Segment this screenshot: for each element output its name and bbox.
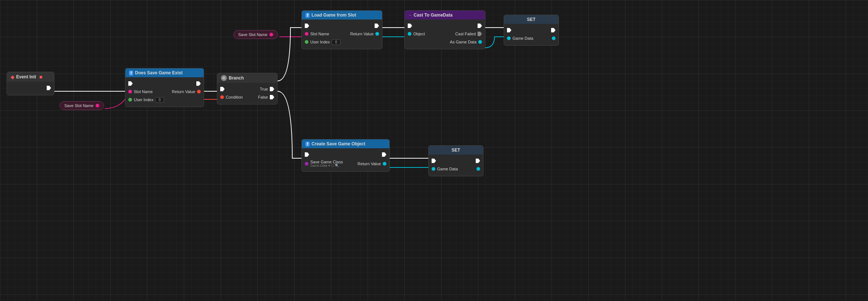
as-game-data-label: As Game Data bbox=[450, 40, 476, 44]
does-save-title: Does Save Game Exist bbox=[135, 70, 182, 75]
true-label: True bbox=[260, 87, 268, 91]
cast-failed-label: Cast Failed bbox=[455, 32, 476, 36]
load-return-pin bbox=[375, 32, 379, 36]
load-game-node: f Load Game from Slot Slot Name Return V… bbox=[301, 10, 382, 49]
slot-name-label: Slot Name bbox=[134, 89, 153, 94]
event-init-body bbox=[7, 82, 54, 95]
set-top-body: Game Data bbox=[504, 24, 558, 45]
save-slot-var-bottom[interactable]: Save Slot Name bbox=[60, 101, 104, 110]
create-save-game-node: f Create Save Game Object Save Game Clas… bbox=[301, 139, 390, 172]
set-bottom-out-pin bbox=[476, 167, 480, 171]
save-slot-bottom-label: Save Slot Name bbox=[64, 103, 93, 108]
cast-to-gamedata-node: ↔ Cast To GameData Object Cast Failed bbox=[404, 10, 485, 49]
branch-exec-in bbox=[220, 87, 225, 91]
save-slot-top-label: Save Slot Name bbox=[238, 32, 267, 37]
set-top-node: SET Game Data bbox=[504, 15, 559, 46]
create-save-body: Save Game Class Game Data ▾ ⬡ 🔍 Return V… bbox=[302, 148, 389, 171]
cast-body: Object Cast Failed As Game Data bbox=[405, 20, 485, 49]
as-game-data-pin bbox=[478, 40, 482, 44]
create-save-title: Create Save Game Object bbox=[311, 141, 365, 146]
set-top-game-data-pin bbox=[507, 36, 511, 40]
load-game-body: Slot Name Return Value User Index 0 bbox=[302, 20, 382, 49]
branch-true-pin bbox=[270, 87, 274, 91]
set-top-exec-row bbox=[504, 26, 558, 34]
branch-body: True Condition False bbox=[217, 83, 277, 104]
set-top-header: SET bbox=[504, 15, 558, 24]
set-bottom-title: SET bbox=[451, 148, 460, 153]
set-bottom-game-data-pin bbox=[432, 167, 435, 171]
create-save-class-row: Save Game Class Game Data ▾ ⬡ 🔍 Return V… bbox=[302, 159, 389, 169]
create-save-header: f Create Save Game Object bbox=[302, 139, 389, 148]
set-bottom-node: SET Game Data bbox=[428, 145, 483, 176]
false-label: False bbox=[258, 95, 268, 99]
set-bottom-body: Game Data bbox=[429, 155, 483, 176]
branch-false-pin bbox=[270, 95, 274, 99]
does-save-exec-in bbox=[128, 81, 133, 86]
set-bottom-header: SET bbox=[429, 146, 483, 155]
create-save-return-pin bbox=[383, 162, 386, 166]
load-slot-name-label: Slot Name bbox=[310, 32, 329, 36]
does-save-exec-out bbox=[196, 81, 201, 86]
load-slot-name-pin bbox=[305, 32, 308, 36]
create-save-return-label: Return Value bbox=[358, 162, 381, 166]
save-slot-var-top-inner[interactable]: Save Slot Name bbox=[233, 30, 278, 39]
event-init-node: ◆ Event Init ■ bbox=[7, 72, 54, 95]
set-bottom-exec-out bbox=[476, 159, 480, 163]
cast-object-label: Object bbox=[413, 32, 425, 36]
does-save-slot-row: Slot Name Return Value bbox=[125, 88, 204, 96]
does-save-game-exist-node: f Does Save Game Exist Slot Name Return … bbox=[125, 68, 204, 107]
branch-header: ⊂ Branch bbox=[217, 73, 277, 83]
load-game-header: f Load Game from Slot bbox=[302, 11, 382, 20]
exec-out-pin bbox=[47, 86, 51, 90]
load-game-user-row: User Index 0 bbox=[302, 38, 382, 46]
cast-exec-out bbox=[478, 24, 482, 28]
cast-exec-row bbox=[405, 22, 485, 30]
user-index-pin bbox=[128, 98, 132, 102]
does-save-header: f Does Save Game Exist bbox=[125, 68, 204, 77]
branch-node: ⊂ Branch True Condition False bbox=[217, 73, 278, 105]
event-init-title: Event Init bbox=[16, 74, 36, 79]
cast-icon: ↔ bbox=[408, 13, 412, 17]
cast-exec-in bbox=[408, 24, 412, 28]
save-slot-bottom-pin bbox=[96, 104, 99, 107]
blueprint-canvas[interactable]: ◆ Event Init ■ Save Slot Name f Does Sav… bbox=[0, 0, 868, 301]
user-index-label: User Index bbox=[134, 98, 153, 102]
load-game-exec-out bbox=[375, 24, 379, 28]
does-save-user-row: User Index 0 bbox=[125, 96, 204, 104]
set-bottom-game-data-row: Game Data bbox=[429, 165, 483, 173]
set-top-exec-in bbox=[507, 28, 511, 32]
cast-object-pin bbox=[408, 32, 411, 36]
event-init-header: ◆ Event Init ■ bbox=[7, 72, 54, 82]
cast-header: ↔ Cast To GameData bbox=[405, 11, 485, 20]
cast-title: Cast To GameData bbox=[414, 13, 453, 18]
condition-pin bbox=[220, 95, 224, 99]
save-slot-var-bottom-inner[interactable]: Save Slot Name bbox=[60, 101, 104, 110]
does-save-exec-row bbox=[125, 79, 204, 88]
load-game-slot-row: Slot Name Return Value bbox=[302, 30, 382, 38]
cast-failed-pin bbox=[478, 32, 482, 36]
does-save-body: Slot Name Return Value User Index 0 bbox=[125, 77, 204, 107]
load-user-index-input[interactable]: 0 bbox=[332, 39, 340, 45]
user-index-input[interactable]: 0 bbox=[155, 97, 164, 103]
load-game-exec-in bbox=[305, 24, 309, 28]
create-save-exec-in bbox=[305, 152, 309, 157]
set-bottom-exec-in bbox=[432, 159, 436, 163]
save-slot-top-pin bbox=[269, 33, 273, 36]
branch-exec-row: True bbox=[217, 85, 277, 93]
load-return-label: Return Value bbox=[350, 32, 374, 36]
cast-object-row: Object Cast Failed bbox=[405, 30, 485, 38]
cast-gamedata-row: As Game Data bbox=[405, 38, 485, 46]
event-init-exec-row bbox=[7, 84, 54, 92]
save-game-class-sub: Game Data ▾ ⬡ 🔍 bbox=[310, 164, 343, 167]
slot-name-pin bbox=[128, 90, 132, 93]
create-save-exec-out bbox=[382, 152, 386, 157]
set-top-exec-out bbox=[551, 28, 556, 32]
return-value-label: Return Value bbox=[172, 89, 195, 94]
branch-title: Branch bbox=[229, 75, 244, 81]
save-slot-var-top[interactable]: Save Slot Name bbox=[233, 30, 278, 39]
set-top-out-pin bbox=[552, 36, 556, 40]
set-bottom-game-data-label: Game Data bbox=[437, 167, 458, 171]
event-init-exec-pin bbox=[47, 86, 51, 90]
set-top-title: SET bbox=[527, 17, 535, 22]
branch-icon: ⊂ bbox=[221, 75, 227, 81]
